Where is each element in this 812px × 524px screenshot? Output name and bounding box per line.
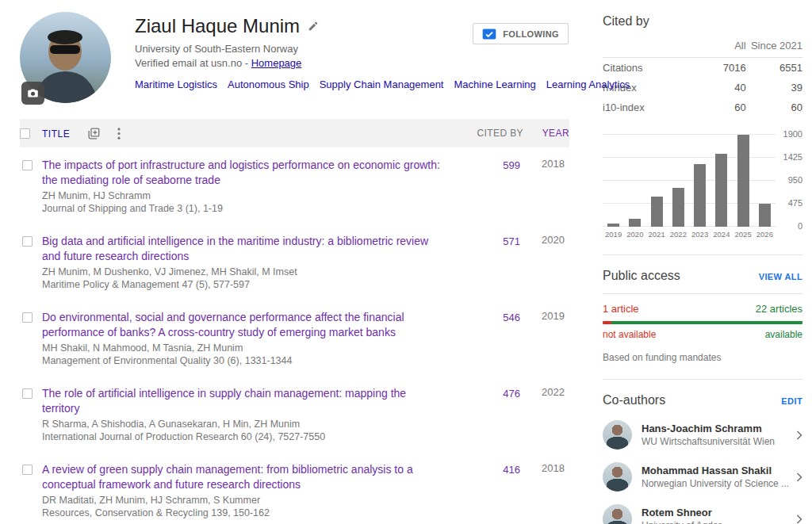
citations-chart: 047595014251900 — [603, 135, 802, 227]
chart-year-label: 2021 — [646, 230, 668, 239]
citations-bar[interactable] — [672, 188, 684, 227]
coauthor-affiliation: WU Wirtschaftsuniversität Wien — [642, 436, 790, 447]
citations-bar[interactable] — [607, 224, 619, 227]
interest-link[interactable]: Machine Learning — [454, 78, 535, 90]
profile-name: Ziaul Haque Munim — [135, 15, 300, 37]
chart-year-label: 2020 — [624, 230, 645, 239]
stat-value-all: 60 — [689, 98, 745, 117]
citations-bar[interactable] — [651, 197, 663, 227]
article-authors: ZH Munim, HJ Schramm — [42, 189, 445, 202]
article-title-link[interactable]: Do environmental, social and governance … — [42, 310, 445, 340]
article-citedby-link[interactable]: 476 — [503, 388, 520, 400]
affiliation: University of South-Eastern Norway — [135, 43, 531, 55]
chart-y-tick: 1425 — [783, 152, 802, 162]
coauthor-name[interactable]: Rotem Shneor — [642, 507, 790, 518]
coauthor-item[interactable]: Mohammad Hassan ShakilNorwegian Universi… — [603, 456, 802, 498]
chart-year-label: 2019 — [603, 230, 624, 239]
coauthor-name[interactable]: Mohammad Hassan Shakil — [642, 465, 790, 476]
coauthor-item[interactable]: Hans-Joachim SchrammWU Wirtschaftsuniver… — [603, 414, 802, 456]
article-citedby-link[interactable]: 546 — [503, 312, 520, 323]
chart-year-label: 2024 — [710, 230, 732, 239]
title-column-header[interactable]: TITLE — [42, 128, 70, 140]
article-venue: Resources, Conservation & Recycling 139,… — [42, 507, 445, 519]
chart-y-tick: 950 — [788, 175, 802, 185]
stats-row: Citations70166551 — [603, 58, 802, 78]
article-authors: DR Maditati, ZH Munim, HJ Schramm, S Kum… — [42, 494, 445, 507]
citation-stats-table: All Since 2021 Citations70166551h-index4… — [603, 36, 802, 117]
article-title-link[interactable]: The impacts of port infrastructure and l… — [42, 158, 445, 188]
chart-year-label: 2022 — [668, 230, 689, 239]
citedby-column-header[interactable]: CITED BY — [456, 119, 523, 147]
chart-y-axis: 047595014251900 — [776, 135, 802, 227]
more-options-icon[interactable] — [117, 128, 121, 140]
sidebar-divider — [603, 379, 802, 380]
citations-bar[interactable] — [629, 219, 641, 227]
citations-bar[interactable] — [694, 164, 706, 227]
article-venue: International Journal of Production Rese… — [42, 430, 445, 443]
coauthor-avatar — [603, 504, 632, 524]
homepage-link[interactable]: Homepage — [251, 57, 302, 69]
not-available-count[interactable]: 1 article — [603, 303, 639, 315]
article-checkbox[interactable] — [22, 236, 33, 247]
edit-profile-icon[interactable] — [308, 21, 319, 32]
article-checkbox[interactable] — [22, 388, 33, 399]
coauthors-panel: Co-authors EDIT Hans-Joachim SchrammWU W… — [603, 393, 802, 524]
following-label: FOLLOWING — [503, 29, 559, 39]
article-authors: ZH Munim, M Dushenko, VJ Jimenez, MH Sha… — [42, 266, 445, 278]
sidebar: Cited by All Since 2021 Citations7016655… — [603, 0, 802, 524]
articles-header-row: TITLE — [20, 119, 569, 147]
available-label: available — [765, 329, 802, 340]
stats-row: h-index4039 — [603, 78, 802, 98]
profile-photo[interactable] — [20, 12, 111, 103]
article-title-link[interactable]: Big data and artificial intelligence in … — [42, 234, 445, 264]
interests: Maritime LogisticsAutonomous ShipSupply … — [135, 76, 531, 93]
stats-col-since: Since 2021 — [746, 36, 802, 58]
chevron-right-icon — [796, 514, 802, 524]
available-count[interactable]: 22 articles — [756, 303, 802, 315]
chevron-right-icon — [796, 472, 802, 482]
article-title-link[interactable]: A review of green supply chain managemen… — [42, 462, 445, 492]
coauthor-item[interactable]: Rotem ShneorUniversity of Agder — [603, 498, 802, 524]
citations-bar[interactable] — [715, 154, 727, 227]
stat-label[interactable]: i10-index — [603, 98, 689, 117]
change-photo-button[interactable] — [21, 82, 44, 105]
sidebar-divider — [603, 254, 802, 255]
stats-row: i10-index6060 — [603, 98, 802, 117]
stat-value-all: 7016 — [689, 58, 745, 78]
article-checkbox[interactable] — [22, 312, 33, 323]
article-checkbox[interactable] — [22, 465, 33, 475]
article-authors: MH Shakil, N Mahmood, M Tasnia, ZH Munim — [42, 342, 445, 354]
coauthor-name[interactable]: Hans-Joachim Schramm — [642, 423, 790, 434]
citations-bar[interactable] — [737, 135, 749, 227]
citations-bar[interactable] — [759, 204, 771, 227]
citedby-panel: Cited by All Since 2021 Citations7016655… — [603, 14, 802, 239]
article-citedby-link[interactable]: 571 — [503, 235, 520, 247]
interest-link[interactable]: Learning Analytics — [546, 78, 630, 90]
add-articles-icon[interactable] — [88, 128, 100, 140]
stat-label[interactable]: Citations — [603, 58, 689, 78]
year-column-header[interactable]: YEAR — [523, 119, 569, 147]
article-year: 2022 — [523, 376, 569, 452]
not-available-label: not available — [603, 329, 656, 340]
view-all-link[interactable]: VIEW ALL — [759, 272, 802, 281]
article-checkbox[interactable] — [22, 160, 33, 170]
coauthors-heading: Co-authors — [603, 393, 665, 407]
article-title-link[interactable]: The role of artificial intelligence in s… — [42, 386, 445, 416]
availability-bar-red — [603, 321, 611, 324]
article-citedby-link[interactable]: 599 — [503, 159, 520, 171]
coauthors-list: Hans-Joachim SchrammWU Wirtschaftsuniver… — [603, 414, 802, 524]
following-button[interactable]: FOLLOWING — [473, 23, 569, 44]
coauthor-affiliation: University of Agder — [642, 520, 790, 524]
stat-value-since: 60 — [746, 98, 802, 117]
availability-bar-green — [611, 321, 802, 324]
availability-bar — [603, 321, 802, 324]
main-column: Ziaul Haque Munim University of South-Ea… — [0, 0, 580, 524]
article-authors: R Sharma, A Shishodia, A Gunasekaran, H … — [42, 418, 445, 430]
edit-coauthors-link[interactable]: EDIT — [781, 396, 802, 406]
stat-value-since: 39 — [746, 78, 802, 98]
interest-link[interactable]: Maritime Logistics — [135, 78, 217, 90]
interest-link[interactable]: Supply Chain Management — [320, 78, 444, 90]
select-all-checkbox[interactable] — [20, 128, 30, 139]
article-citedby-link[interactable]: 416 — [503, 464, 520, 476]
interest-link[interactable]: Autonomous Ship — [228, 78, 309, 90]
